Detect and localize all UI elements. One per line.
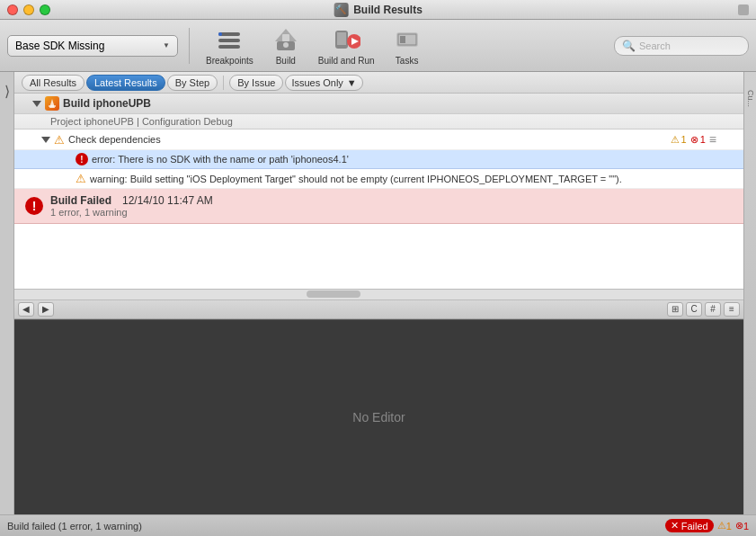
search-box[interactable]: 🔍 Search	[614, 36, 749, 56]
svg-rect-14	[400, 36, 405, 43]
left-sidebar: ⟩	[0, 72, 14, 514]
by-issue-filter[interactable]: By Issue	[229, 75, 283, 91]
zoom-button[interactable]	[40, 4, 50, 15]
all-results-filter[interactable]: All Results	[22, 75, 84, 91]
check-deps-header: ⚠ Check dependencies ⚠ 1 ⊗ 1 ≡	[14, 130, 743, 150]
status-bar: Build failed (1 error, 1 warning) ✕ Fail…	[0, 514, 756, 536]
list-view-button[interactable]: ≡	[724, 302, 740, 317]
resize-icon[interactable]	[738, 4, 749, 15]
x-icon: ✕	[671, 520, 679, 532]
latest-results-filter[interactable]: Latest Results	[86, 75, 165, 91]
breakpoints-button[interactable]: Breakpoints	[200, 23, 259, 67]
status-text: Build failed (1 error, 1 warning)	[7, 521, 142, 532]
check-deps-warn-icon: ⚠	[54, 133, 65, 147]
build-failed-icon: !	[25, 197, 43, 215]
window-title: 🔨 Build Results	[334, 3, 422, 17]
status-err-count: 1	[743, 521, 749, 532]
build-button[interactable]: Build	[266, 23, 306, 67]
chevron-down-icon: ▼	[163, 41, 170, 49]
error-text: error: There is no SDK with the name or …	[92, 154, 349, 165]
build-and-run-label: Build and Run	[318, 56, 375, 66]
sidebar-toggle[interactable]: ⟩	[4, 83, 10, 100]
right-sidebar: Cu...	[743, 72, 756, 514]
failed-label: Failed	[681, 521, 708, 532]
breakpoints-label: Breakpoints	[206, 56, 253, 66]
no-editor-text: No Editor	[352, 410, 405, 424]
warning-text: warning: Build setting "iOS Deployment T…	[90, 174, 622, 184]
build-subheader: Project iphoneUPB | Configuration Debug	[14, 114, 743, 130]
svg-rect-16	[49, 105, 56, 107]
warning-row[interactable]: ⚠ warning: Build setting "iOS Deployment…	[14, 169, 743, 189]
error-icon: !	[76, 153, 88, 165]
build-panel: All Results Latest Results By Step By Is…	[14, 72, 743, 514]
prev-button[interactable]: ◀	[18, 302, 34, 317]
tasks-icon	[393, 25, 422, 54]
issues-only-label: Issues Only	[291, 77, 342, 88]
build-group-header: Build iphoneUPB	[14, 94, 743, 114]
issues-only-dropdown[interactable]: Issues Only ▼	[285, 75, 362, 91]
results-list: Build iphoneUPB Project iphoneUPB | Conf…	[14, 94, 743, 289]
svg-rect-6	[282, 34, 289, 41]
breakpoints-icon	[215, 25, 244, 54]
editor-area: No Editor	[14, 319, 743, 515]
search-icon: 🔍	[622, 40, 636, 52]
search-placeholder: Search	[639, 40, 671, 51]
scroll-thumb[interactable]	[307, 290, 360, 298]
horizontal-scrollbar[interactable]	[14, 289, 743, 299]
err-circle-icon: ⊗	[690, 134, 698, 146]
build-and-run-button[interactable]: Build and Run	[313, 23, 380, 67]
window-icon: 🔨	[334, 3, 348, 17]
status-warn-icon: ⚠ 1	[717, 520, 732, 532]
svg-rect-9	[337, 32, 346, 45]
failed-badge: ✕ Failed	[665, 519, 714, 532]
build-icon	[271, 25, 300, 54]
build-project-info: Project iphoneUPB | Configuration Debug	[50, 116, 233, 127]
filter-bar: All Results Latest Results By Step By Is…	[14, 72, 743, 94]
details-icon[interactable]: ≡	[709, 132, 716, 147]
minimize-button[interactable]	[23, 4, 34, 15]
warn-count: 1	[681, 134, 687, 145]
build-and-run-icon	[332, 25, 360, 54]
window-title-text: Build Results	[353, 4, 422, 16]
check-deps-label: Check dependencies	[68, 134, 161, 145]
sdk-selector[interactable]: Base SDK Missing ▼	[7, 35, 178, 57]
build-label: Build	[276, 56, 296, 66]
build-failed-info: Build Failed 12/14/10 11:47 AM 1 error, …	[50, 194, 213, 218]
code-view-button[interactable]: C	[686, 302, 702, 317]
filter-separator	[223, 76, 224, 90]
build-group-icon	[45, 96, 59, 111]
title-bar: 🔨 Build Results	[0, 0, 756, 20]
status-err-icon: ⊗ 1	[735, 520, 749, 532]
traffic-lights	[7, 4, 50, 15]
collapse-icon[interactable]	[32, 101, 41, 107]
status-right: ✕ Failed ⚠ 1 ⊗ 1	[665, 519, 749, 532]
tasks-label: Tasks	[396, 56, 419, 66]
error-row[interactable]: ! error: There is no SDK with the name o…	[14, 150, 743, 169]
check-deps-badges: ⚠ 1 ⊗ 1 ≡	[671, 132, 716, 147]
warning-icon: ⚠	[76, 172, 86, 185]
build-failed-row: ! Build Failed 12/14/10 11:47 AM 1 error…	[14, 189, 743, 224]
toolbar-separator-1	[189, 28, 190, 64]
tasks-button[interactable]: Tasks	[387, 23, 427, 67]
by-step-filter[interactable]: By Step	[167, 75, 218, 91]
toolbar: Base SDK Missing ▼ Breakpoints Build	[0, 20, 756, 72]
dropdown-arrow-icon: ▼	[347, 77, 357, 88]
build-group-title: Build iphoneUPB	[63, 97, 151, 110]
hash-button[interactable]: #	[705, 302, 721, 317]
sdk-label: Base SDK Missing	[15, 40, 104, 52]
list-toolbar: ◀ ▶ ⊞ C # ≡	[14, 299, 743, 319]
build-failed-date: 12/14/10 11:47 AM	[122, 194, 213, 207]
next-button[interactable]: ▶	[38, 302, 54, 317]
grid-view-button[interactable]: ⊞	[667, 302, 683, 317]
empty-results-area	[14, 224, 743, 289]
title-bar-right	[738, 4, 749, 15]
check-deps-collapse-icon[interactable]	[41, 137, 50, 143]
svg-rect-3	[218, 32, 222, 36]
build-failed-subtitle: 1 error, 1 warning	[50, 207, 213, 218]
svg-rect-2	[218, 45, 240, 49]
build-failed-title: Build Failed	[50, 194, 111, 207]
warn-triangle-icon: ⚠	[671, 134, 680, 146]
svg-rect-1	[218, 39, 240, 42]
warn-badge: ⚠ 1	[671, 134, 687, 146]
close-button[interactable]	[7, 4, 18, 15]
